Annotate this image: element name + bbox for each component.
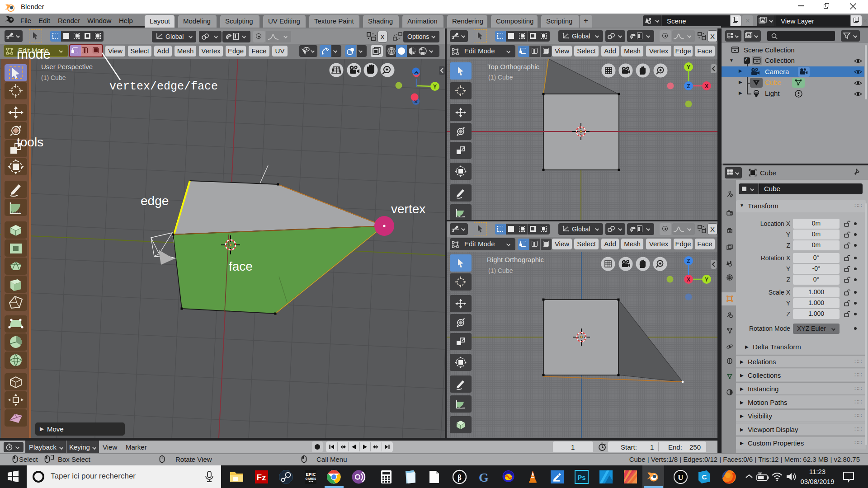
svg-text:C: C: [702, 473, 707, 481]
svg-text:Y: Y: [433, 84, 437, 90]
svg-text:X: X: [687, 277, 690, 283]
svg-text:EPIC: EPIC: [306, 472, 316, 477]
svg-text:Z: Z: [687, 258, 690, 264]
svg-text:Ps: Ps: [577, 474, 585, 481]
svg-text:β: β: [458, 474, 461, 482]
svg-text:G: G: [479, 470, 489, 484]
svg-text:Fz: Fz: [256, 473, 266, 482]
svg-text:X: X: [705, 83, 708, 89]
svg-text:Y: Y: [687, 64, 690, 70]
svg-text:U: U: [678, 473, 683, 482]
svg-text:GAMES: GAMES: [306, 477, 317, 480]
svg-text:Z: Z: [687, 83, 690, 89]
svg-text:Y: Y: [705, 277, 708, 283]
